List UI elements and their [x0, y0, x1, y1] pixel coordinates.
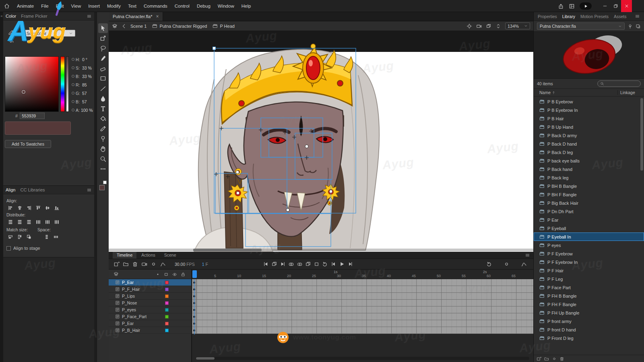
space-horizontal-button[interactable] — [52, 233, 60, 240]
previous-keyframe-icon[interactable] — [263, 261, 269, 267]
zoom-level-select[interactable]: 134% — [505, 23, 530, 29]
library-item[interactable]: P Front D leg — [534, 334, 644, 342]
layer-name[interactable]: P_F_Hair — [122, 287, 140, 292]
color-value[interactable]: 0 ° — [82, 57, 87, 62]
picker-cursor[interactable] — [22, 90, 25, 94]
delete-item-icon[interactable] — [559, 356, 564, 361]
play-button[interactable] — [339, 261, 345, 267]
step-back-icon[interactable] — [330, 261, 336, 267]
timeline-marker-icon[interactable] — [504, 261, 510, 267]
library-item[interactable]: P B Hair — [534, 114, 644, 123]
color-value[interactable]: 57 — [82, 99, 87, 104]
quick-play-button[interactable] — [580, 2, 592, 10]
panel-menu-icon[interactable] — [87, 14, 92, 19]
fps-display[interactable]: 30.00FPS — [175, 262, 195, 267]
timeline-frame-row[interactable] — [192, 306, 533, 313]
timeline-tab[interactable]: Scene — [160, 252, 180, 259]
camera-icon[interactable] — [476, 23, 482, 29]
library-item[interactable]: P F Eyebrow — [534, 249, 644, 258]
layer-name[interactable]: P_Face_Part — [122, 314, 147, 319]
breadcrumb-item[interactable]: Putna Character Rigged — [152, 23, 207, 29]
selection-tool[interactable] — [98, 23, 108, 33]
menu-item[interactable]: View — [68, 0, 85, 12]
timeline-frame-row[interactable] — [192, 286, 533, 293]
timeline-ruler[interactable]: 5101520253035404550556065 1s 2s — [192, 269, 533, 279]
breadcrumb-item[interactable]: Scene 1 — [130, 23, 147, 29]
eyedropper-tool[interactable] — [98, 124, 108, 134]
home-icon[interactable] — [4, 3, 10, 9]
minimize-button[interactable] — [599, 0, 610, 12]
match-width-button[interactable] — [6, 233, 14, 240]
add-keyframe-icon[interactable] — [271, 261, 277, 267]
new-library-panel-icon[interactable] — [636, 24, 641, 29]
library-item[interactable]: P front army — [534, 317, 644, 325]
column-name[interactable]: Name — [539, 90, 551, 95]
current-color-swatch[interactable] — [5, 121, 71, 135]
menu-item[interactable]: Animate — [13, 0, 37, 12]
timeline-frame-row[interactable] — [192, 293, 533, 300]
library-item[interactable]: P F Leg — [534, 275, 644, 283]
align-left-button[interactable] — [6, 204, 14, 211]
brush-tool[interactable] — [98, 53, 108, 63]
color-mode-radio[interactable] — [72, 75, 74, 78]
zoom-spinner-icon[interactable] — [495, 23, 501, 29]
color-value[interactable]: 57 — [82, 91, 87, 96]
graph-icon[interactable] — [160, 261, 166, 267]
scrollbar-handle[interactable] — [196, 357, 215, 360]
menu-item[interactable]: Help — [238, 0, 255, 12]
panel-menu-icon[interactable] — [635, 14, 640, 19]
sort-ascending-icon[interactable] — [552, 91, 555, 95]
onion-outline-icon[interactable] — [297, 261, 303, 267]
pin-library-icon[interactable] — [627, 24, 633, 29]
onion-skin-icon[interactable] — [288, 261, 294, 267]
highlight-column-icon[interactable] — [155, 272, 160, 277]
color-mode-radio[interactable] — [72, 66, 74, 69]
hue-slider[interactable] — [60, 56, 65, 112]
color-mode-radio[interactable] — [72, 100, 74, 103]
distribute-center-h-button[interactable] — [43, 218, 52, 225]
frame-span-icon[interactable] — [314, 261, 320, 267]
layer-color-swatch[interactable] — [165, 301, 169, 305]
color-value[interactable]: 33 % — [82, 66, 92, 70]
library-item[interactable]: P FH B Bangle — [534, 292, 644, 300]
align-bottom-button[interactable] — [53, 204, 61, 211]
color-panel-tab[interactable]: Frame Picker — [21, 14, 47, 19]
alpha-slider[interactable] — [66, 56, 69, 112]
camera-icon[interactable] — [141, 261, 147, 267]
layer-color-swatch[interactable] — [165, 281, 169, 284]
timeline-h-scrollbar[interactable] — [196, 357, 529, 360]
layer-name[interactable]: P_Lips — [122, 294, 135, 298]
fill-color-chip[interactable] — [99, 185, 105, 190]
paint-bucket-tool[interactable] — [98, 114, 108, 123]
layer-color-swatch[interactable] — [165, 308, 169, 312]
library-item[interactable]: P eyes — [534, 241, 644, 249]
stroke-color-icon[interactable] — [8, 30, 14, 35]
scrollbar-handle[interactable] — [193, 249, 262, 251]
layer-name[interactable]: P_B_Hair — [122, 328, 140, 333]
align-center-horizontal-button[interactable] — [16, 204, 24, 211]
canvas-h-scrollbar[interactable] — [109, 249, 533, 251]
menu-item[interactable]: Debug — [193, 0, 214, 12]
delete-icon[interactable] — [132, 261, 138, 267]
timeline-layer[interactable]: P_F_Hair — [109, 286, 191, 293]
text-tool[interactable] — [98, 104, 108, 113]
distribute-center-v-button[interactable] — [16, 218, 24, 225]
restore-button[interactable] — [610, 0, 621, 12]
rectangle-tool[interactable] — [98, 74, 108, 83]
layers-stack-icon[interactable] — [114, 272, 119, 277]
timeline-layer[interactable]: P_Nose — [109, 300, 191, 306]
distribute-bottom-button[interactable] — [25, 218, 33, 225]
layer-name[interactable]: P_eyes — [122, 307, 136, 312]
close-tab-icon[interactable]: × — [156, 14, 159, 19]
color-panel-tab[interactable]: Color — [6, 14, 16, 19]
menu-item[interactable]: Commands — [140, 0, 171, 12]
timeline-layer[interactable]: P_eyes — [109, 306, 191, 313]
reset-timeline-icon[interactable] — [486, 261, 492, 267]
menu-item[interactable]: Window — [214, 0, 238, 12]
layer-color-swatch[interactable] — [165, 315, 169, 319]
timeline-frame-row[interactable] — [192, 279, 533, 286]
free-transform-tool[interactable] — [98, 33, 108, 43]
color-mode-radio[interactable] — [72, 109, 74, 111]
library-item[interactable]: P B Eyebrow — [534, 97, 644, 106]
library-item[interactable]: P back eye balls — [534, 156, 644, 165]
